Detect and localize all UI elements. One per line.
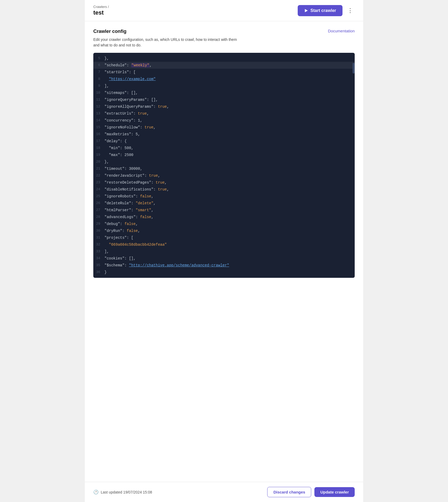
header: Crawlers / test Start crawler ⋮ bbox=[85, 0, 363, 21]
code-line: 7 "startUrls": [ bbox=[93, 69, 355, 76]
code-line: 26 "deleteRule": "delete", bbox=[93, 200, 355, 207]
code-line: 24 "disableNotifications": true, bbox=[93, 186, 355, 193]
last-updated: 🕐 Last updated 19/07/2024 15:08 bbox=[93, 490, 152, 495]
line-number: 36 bbox=[93, 269, 104, 276]
code-line: 14 "concurrency": 1, bbox=[93, 117, 355, 124]
play-icon bbox=[304, 8, 308, 13]
line-number: 13 bbox=[93, 110, 104, 117]
more-icon: ⋮ bbox=[347, 7, 353, 14]
scrollbar-indicator bbox=[353, 63, 355, 73]
code-line: 6 "schedule": "weekly", bbox=[93, 62, 355, 69]
line-number: 34 bbox=[93, 255, 104, 262]
code-line: 33 ], bbox=[93, 248, 355, 255]
line-number: 24 bbox=[93, 186, 104, 193]
line-number: 17 bbox=[93, 138, 104, 145]
section-header: Crawler config Documentation bbox=[93, 29, 355, 34]
line-number: 33 bbox=[93, 248, 104, 255]
line-number: 14 bbox=[93, 117, 104, 124]
code-line: 20 }, bbox=[93, 158, 355, 165]
documentation-link[interactable]: Documentation bbox=[328, 29, 355, 33]
code-line: 12 "ignoreAllQueryParams": true, bbox=[93, 103, 355, 110]
line-number: 10 bbox=[93, 89, 104, 96]
header-left: Crawlers / test bbox=[93, 5, 109, 16]
code-line: 23 "restoreDeletedPages": true, bbox=[93, 179, 355, 186]
line-number: 7 bbox=[93, 69, 104, 76]
line-number: 11 bbox=[93, 96, 104, 103]
start-crawler-label: Start crawler bbox=[310, 8, 336, 13]
update-crawler-button[interactable]: Update crawler bbox=[314, 487, 355, 497]
header-right: Start crawler ⋮ bbox=[298, 5, 355, 16]
code-line: 8 "https://example.com" bbox=[93, 76, 355, 83]
code-editor[interactable]: 5 }, 6 "schedule": "weekly", 7 "startUrl… bbox=[93, 53, 355, 278]
line-number: 25 bbox=[93, 193, 104, 200]
line-number: 28 bbox=[93, 214, 104, 220]
code-line: 30 "dryRun": false, bbox=[93, 227, 355, 234]
code-line: 16 "maxRetries": 5, bbox=[93, 131, 355, 138]
code-line: 28 "advancedLogs": false, bbox=[93, 214, 355, 220]
line-number: 30 bbox=[93, 227, 104, 234]
footer: 🕐 Last updated 19/07/2024 15:08 Discard … bbox=[85, 482, 363, 502]
line-number: 15 bbox=[93, 124, 104, 131]
line-number: 6 bbox=[93, 62, 104, 69]
code-line: 27 "htmlParser": "smart", bbox=[93, 207, 355, 214]
line-number: 12 bbox=[93, 103, 104, 110]
line-number: 18 bbox=[93, 145, 104, 152]
code-line: 11 "ignoreQueryParams": [], bbox=[93, 96, 355, 103]
line-number: 8 bbox=[93, 76, 104, 83]
code-line: 22 "renderJavaScript": true, bbox=[93, 172, 355, 179]
code-line: 35 "$schema": "http://chathive.app/schem… bbox=[93, 262, 355, 269]
line-number: 26 bbox=[93, 200, 104, 207]
last-updated-label: Last updated 19/07/2024 15:08 bbox=[101, 490, 152, 494]
line-number: 9 bbox=[93, 83, 104, 89]
page-wrapper: Crawlers / test Start crawler ⋮ Crawler … bbox=[85, 0, 363, 502]
start-crawler-button[interactable]: Start crawler bbox=[298, 5, 342, 16]
more-options-button[interactable]: ⋮ bbox=[346, 6, 355, 16]
page-title: test bbox=[93, 9, 109, 16]
line-number: 32 bbox=[93, 241, 104, 248]
code-line: 21 "timeout": 30000, bbox=[93, 165, 355, 172]
line-number: 22 bbox=[93, 172, 104, 179]
line-number: 35 bbox=[93, 262, 104, 269]
code-line: 9 ], bbox=[93, 83, 355, 89]
breadcrumb: Crawlers / bbox=[93, 5, 109, 9]
footer-actions: Discard changes Update crawler bbox=[267, 487, 355, 497]
content-area: Crawler config Documentation Edit your c… bbox=[85, 21, 363, 477]
code-line: 36 } bbox=[93, 269, 355, 276]
line-number: 21 bbox=[93, 165, 104, 172]
svg-marker-0 bbox=[305, 9, 308, 12]
code-line: 5 }, bbox=[93, 55, 355, 62]
code-line: 32 "669a604c58dbacbb42defeaa" bbox=[93, 241, 355, 248]
code-line: 34 "cookies": [], bbox=[93, 255, 355, 262]
line-number: 20 bbox=[93, 158, 104, 165]
line-number: 29 bbox=[93, 220, 104, 227]
code-line: 10 "sitemaps": [], bbox=[93, 89, 355, 96]
line-number: 5 bbox=[93, 55, 104, 62]
code-content: 5 }, 6 "schedule": "weekly", 7 "startUrl… bbox=[93, 53, 355, 278]
code-line: 17 "delay": { bbox=[93, 138, 355, 145]
clock-icon: 🕐 bbox=[93, 490, 99, 495]
line-number: 16 bbox=[93, 131, 104, 138]
code-line: 18 "min": 500, bbox=[93, 145, 355, 152]
line-number: 31 bbox=[93, 234, 104, 241]
code-line: 31 "projects": [ bbox=[93, 234, 355, 241]
section-title: Crawler config bbox=[93, 29, 126, 34]
section-description: Edit your crawler configuration, such as… bbox=[93, 37, 355, 48]
line-number: 23 bbox=[93, 179, 104, 186]
code-line: 13 "extractUrls": true, bbox=[93, 110, 355, 117]
code-line: 29 "debug": false, bbox=[93, 220, 355, 227]
code-line: 25 "ignoreRobots": false, bbox=[93, 193, 355, 200]
code-line: 15 "ignoreNoFollow": true, bbox=[93, 124, 355, 131]
line-number: 19 bbox=[93, 152, 104, 158]
discard-changes-button[interactable]: Discard changes bbox=[267, 487, 311, 497]
line-number: 27 bbox=[93, 207, 104, 214]
code-line: 19 "max": 2500 bbox=[93, 152, 355, 158]
